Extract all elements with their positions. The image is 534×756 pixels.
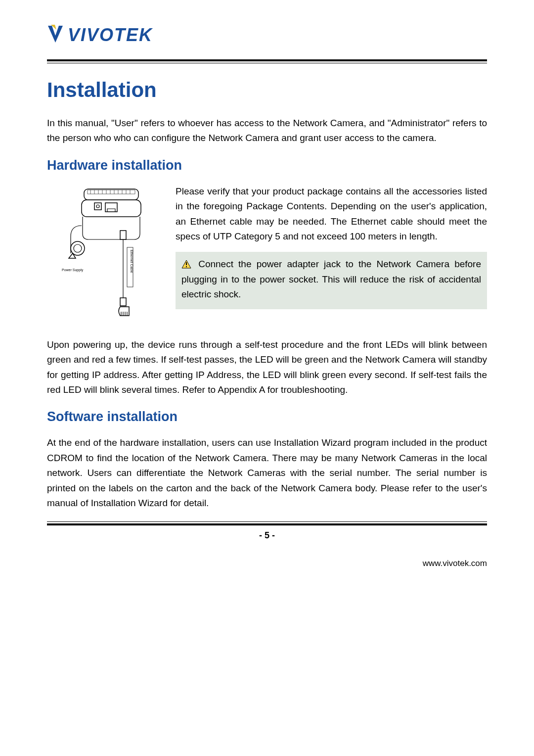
logo: VIVOTEK bbox=[47, 25, 487, 46]
svg-rect-14 bbox=[94, 203, 101, 210]
footer-url: www.vivotek.com bbox=[47, 559, 487, 568]
hardware-heading: Hardware installation bbox=[47, 158, 487, 173]
hardware-right-column: Please verify that your product package … bbox=[176, 184, 487, 309]
page-title: Installation bbox=[47, 78, 487, 102]
warning-triangle-icon bbox=[181, 258, 191, 267]
hardware-figure: Ethernet Cable Power Supply bbox=[47, 184, 161, 328]
header-rule bbox=[47, 59, 487, 63]
logo-mark-icon bbox=[47, 25, 64, 46]
page-container: VIVOTEK Installation In this manual, "Us… bbox=[0, 0, 534, 588]
software-heading: Software installation bbox=[47, 409, 487, 425]
figure-label-power: Power Supply bbox=[62, 268, 84, 272]
intro-paragraph: In this manual, "User" refers to whoever… bbox=[47, 116, 487, 146]
svg-rect-27 bbox=[186, 262, 187, 265]
svg-rect-1 bbox=[88, 190, 135, 194]
figure-label-ethernet: Ethernet Cable bbox=[130, 250, 134, 273]
warning-callout: Connect the power adapter jack to the Ne… bbox=[176, 252, 487, 309]
svg-rect-19 bbox=[120, 298, 126, 306]
software-para: At the end of the hardware installation,… bbox=[47, 435, 487, 511]
warning-text: Connect the power adapter jack to the Ne… bbox=[181, 259, 481, 299]
page-number: - 5 - bbox=[47, 530, 487, 541]
footer-rule bbox=[47, 521, 487, 525]
logo-text: VIVOTEK bbox=[68, 25, 153, 46]
svg-rect-28 bbox=[186, 266, 187, 267]
hardware-para-2: Upon powering up, the device runs throug… bbox=[47, 337, 487, 398]
hardware-row: Ethernet Cable Power Supply Please verif… bbox=[47, 184, 487, 328]
hardware-para-1: Please verify that your product package … bbox=[176, 184, 487, 244]
svg-rect-17 bbox=[120, 231, 126, 239]
